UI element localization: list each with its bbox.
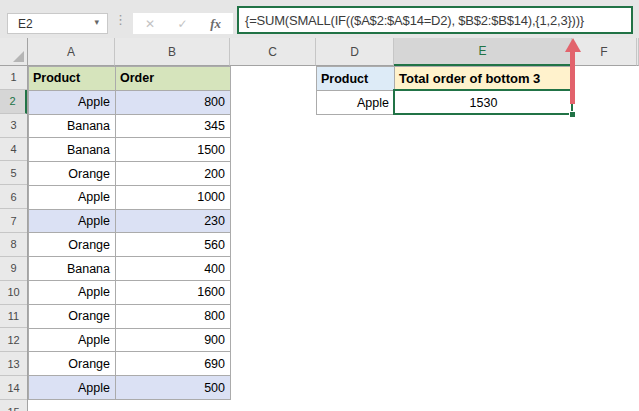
cell-a11[interactable]: Orange — [29, 305, 116, 329]
row-header-12[interactable]: 12 — [0, 328, 27, 352]
formula-buttons: ✕ ✓ fx — [133, 13, 233, 34]
cell-b10[interactable]: 1600 — [116, 281, 231, 305]
table-row: Orange 690 — [29, 352, 231, 376]
cell-e2-selected[interactable]: 1530 — [395, 91, 573, 115]
cell-d2[interactable]: Apple — [317, 91, 395, 115]
row-header-1[interactable]: 1 — [0, 66, 27, 90]
table-row: Apple 500 — [29, 376, 231, 400]
table-row: Banana 400 — [29, 257, 231, 281]
cell-a2[interactable]: Apple — [29, 91, 116, 115]
table-row: Apple 1600 — [29, 281, 231, 305]
row-header-10[interactable]: 10 — [0, 281, 27, 305]
table-row: Banana 1500 — [29, 138, 231, 162]
cell-e1[interactable]: Total order of bottom 3 — [395, 67, 573, 91]
row-header-5[interactable]: 5 — [0, 161, 27, 185]
column-header-c[interactable]: C — [230, 38, 316, 66]
cell-a3[interactable]: Banana — [29, 115, 116, 139]
row-header-11[interactable]: 11 — [0, 305, 27, 329]
cell-b6[interactable]: 1000 — [116, 186, 231, 210]
enter-icon[interactable]: ✓ — [178, 17, 188, 31]
name-box-value: E2 — [18, 17, 33, 31]
row-headers: 1 2 3 4 5 6 7 8 9 10 11 12 13 14 — [0, 66, 28, 400]
cell-b14[interactable]: 500 — [116, 376, 231, 400]
cell-a5[interactable]: Orange — [29, 162, 116, 186]
cell-b4[interactable]: 1500 — [116, 138, 231, 162]
cell-a1[interactable]: Product — [29, 67, 116, 91]
table-row: Apple 800 — [29, 91, 231, 115]
formula-input[interactable]: {=SUM(SMALL(IF(($A$2:$A$14=D2), $B$2:$B$… — [237, 6, 633, 34]
table-row: Banana 345 — [29, 115, 231, 139]
column-header-d[interactable]: D — [316, 38, 394, 66]
cell-a6[interactable]: Apple — [29, 186, 116, 210]
cancel-icon[interactable]: ✕ — [145, 17, 155, 31]
cell-b12[interactable]: 900 — [116, 329, 231, 353]
select-all-corner[interactable] — [0, 38, 28, 66]
column-header-a[interactable]: A — [28, 38, 115, 66]
cell-d1[interactable]: Product — [317, 67, 395, 91]
summary-value-row: Apple 1530 — [317, 91, 573, 115]
row-header-15[interactable]: 15 — [0, 400, 28, 411]
cell-b3[interactable]: 345 — [116, 115, 231, 139]
table-row: Apple 230 — [29, 210, 231, 234]
name-box-dropdown-icon[interactable]: ▾ — [94, 17, 99, 27]
row-header-3[interactable]: 3 — [0, 114, 27, 138]
table-row: Orange 200 — [29, 162, 231, 186]
cell-b1[interactable]: Order — [116, 67, 231, 91]
cell-a12[interactable]: Apple — [29, 329, 116, 353]
row-header-2[interactable]: 2 — [0, 90, 27, 114]
table-row: Apple 1000 — [29, 186, 231, 210]
row-header-7[interactable]: 7 — [0, 209, 27, 233]
table-row: Apple 900 — [29, 329, 231, 353]
column-header-b[interactable]: B — [115, 38, 230, 66]
row-header-14[interactable]: 14 — [0, 376, 27, 400]
formula-text: {=SUM(SMALL(IF(($A$2:$A$14=D2), $B$2:$B$… — [245, 13, 584, 28]
select-all-triangle-icon — [13, 51, 24, 62]
cell-a10[interactable]: Apple — [29, 281, 116, 305]
row-header-4[interactable]: 4 — [0, 138, 27, 162]
row-header-13[interactable]: 13 — [0, 352, 27, 376]
excel-window: E2 ▾ ⋮ ✕ ✓ fx {=SUM(SMALL(IF(($A$2:$A$14… — [0, 0, 639, 411]
column-header-f[interactable]: F — [572, 38, 637, 66]
cell-a14[interactable]: Apple — [29, 376, 116, 400]
table-row: Orange 560 — [29, 233, 231, 257]
product-order-table: Product Order Apple 800 Banana 345 Banan… — [28, 66, 231, 400]
table-row: Orange 800 — [29, 305, 231, 329]
formula-bar-separator-icon: ⋮ — [114, 9, 126, 30]
cell-b2[interactable]: 800 — [116, 91, 231, 115]
cell-b13[interactable]: 690 — [116, 352, 231, 376]
cell-a7[interactable]: Apple — [29, 210, 116, 234]
arrow-shaft — [570, 50, 575, 104]
column-header-e[interactable]: E — [394, 38, 572, 66]
row-header-8[interactable]: 8 — [0, 233, 27, 257]
summary-table: Product Total order of bottom 3 Apple 15… — [316, 66, 573, 115]
cell-a8[interactable]: Orange — [29, 233, 116, 257]
row-header-9[interactable]: 9 — [0, 257, 27, 281]
summary-header-row: Product Total order of bottom 3 — [317, 67, 573, 91]
table-header-row: Product Order — [29, 67, 231, 91]
cell-b9[interactable]: 400 — [116, 257, 231, 281]
cell-a9[interactable]: Banana — [29, 257, 116, 281]
cell-b7[interactable]: 230 — [116, 210, 231, 234]
cell-b5[interactable]: 200 — [116, 162, 231, 186]
cell-b8[interactable]: 560 — [116, 233, 231, 257]
insert-function-icon[interactable]: fx — [210, 16, 221, 32]
cell-b11[interactable]: 800 — [116, 305, 231, 329]
cell-a4[interactable]: Banana — [29, 138, 116, 162]
formula-bar: E2 ▾ ⋮ ✕ ✓ fx {=SUM(SMALL(IF(($A$2:$A$14… — [0, 0, 639, 38]
arrow-up-head-icon — [565, 38, 581, 52]
name-box[interactable]: E2 ▾ — [7, 13, 108, 34]
row-header-6[interactable]: 6 — [0, 185, 27, 209]
cell-a13[interactable]: Orange — [29, 352, 116, 376]
